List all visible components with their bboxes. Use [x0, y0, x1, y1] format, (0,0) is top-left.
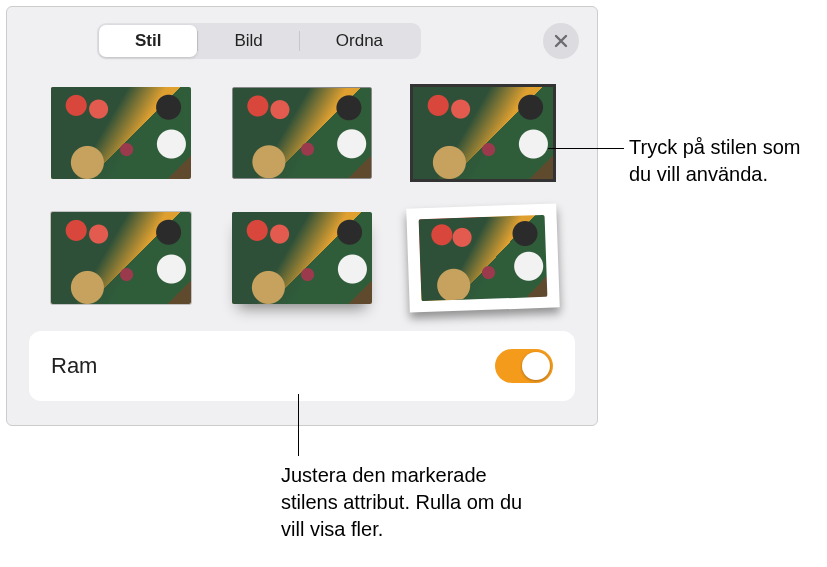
frame-label: Ram [51, 353, 97, 379]
thumbnail-image [51, 212, 191, 304]
style-option-5[interactable] [228, 207, 375, 309]
style-option-6[interactable] [410, 207, 557, 309]
style-option-3[interactable] [410, 87, 557, 179]
tab-bar: Stil Bild Ordna [7, 7, 597, 69]
thumbnail-image [232, 212, 372, 304]
thumbnail-image [232, 87, 372, 179]
toggle-knob [522, 352, 550, 380]
callout-leader [298, 394, 299, 456]
close-icon [553, 33, 569, 49]
frame-toggle[interactable] [495, 349, 553, 383]
tab-image[interactable]: Bild [198, 25, 298, 57]
frame-section: Ram [29, 331, 575, 401]
format-panel: Stil Bild Ordna Ram [6, 6, 598, 426]
tab-style[interactable]: Stil [99, 25, 197, 57]
style-grid [7, 69, 597, 321]
thumbnail-image [419, 215, 548, 301]
callout-style: Tryck på stilen som du vill använda. [629, 134, 824, 188]
style-option-1[interactable] [47, 87, 194, 179]
style-option-4[interactable] [47, 207, 194, 309]
callout-attributes: Justera den markerade stilens attribut. … [281, 462, 541, 543]
callout-leader [548, 148, 624, 149]
thumbnail-image [51, 87, 191, 179]
close-button[interactable] [543, 23, 579, 59]
segmented-control: Stil Bild Ordna [97, 23, 421, 59]
tab-arrange[interactable]: Ordna [300, 25, 419, 57]
thumbnail-image [413, 87, 553, 179]
style-option-2[interactable] [228, 87, 375, 179]
